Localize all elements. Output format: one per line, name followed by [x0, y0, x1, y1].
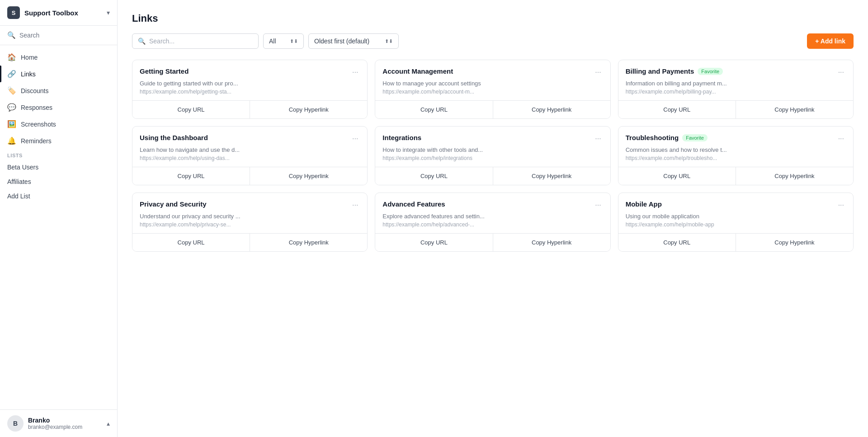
copy-url-button[interactable]: Copy URL [618, 234, 736, 251]
card-actions: Copy URL Copy Hyperlink [375, 167, 610, 185]
card-top: Getting Started ··· Guide to getting sta… [132, 60, 367, 100]
copy-url-button[interactable]: Copy URL [375, 234, 492, 251]
card-menu-button[interactable]: ··· [350, 200, 360, 210]
user-info: Branko branko@example.com [28, 417, 102, 430]
card-title: Billing and Payments [626, 67, 694, 75]
card-url: https://example.com/help/mobile-app [626, 221, 846, 228]
discounts-icon: 🏷️ [7, 86, 16, 95]
card-menu-button[interactable]: ··· [593, 67, 603, 77]
card-title-row: Billing and Payments Favorite [626, 67, 836, 75]
card-title: Account Management [382, 67, 453, 75]
user-profile[interactable]: B Branko branko@example.com ▴ [0, 409, 117, 437]
search-icon: 🔍 [138, 38, 146, 45]
search-label: Search [19, 32, 39, 39]
card-title-row: Mobile App [626, 200, 836, 208]
sort-value: Oldest first (default) [314, 38, 369, 45]
copy-hyperlink-button[interactable]: Copy Hyperlink [493, 101, 610, 118]
card-url: https://example.com/help/getting-sta... [140, 89, 360, 95]
copy-url-button[interactable]: Copy URL [375, 101, 492, 118]
copy-url-button[interactable]: Copy URL [618, 101, 736, 118]
sort-chevron-icon: ⬆⬇ [385, 38, 393, 44]
search-button[interactable]: 🔍 Search [0, 26, 117, 45]
sidebar-item-responses[interactable]: 💬 Responses [0, 99, 117, 116]
card-title-row: Getting Started [140, 67, 350, 75]
card-url: https://example.com/help/integrations [382, 155, 603, 161]
card-menu-button[interactable]: ··· [836, 200, 846, 210]
main-content: Links 🔍 All ⬆⬇ Oldest first (default) ⬆⬇… [118, 0, 868, 437]
sidebar-item-home[interactable]: 🏠 Home [0, 49, 117, 66]
card-menu-button[interactable]: ··· [593, 200, 603, 210]
sidebar-item-discounts[interactable]: 🏷️ Discounts [0, 82, 117, 99]
user-menu-chevron-icon[interactable]: ▴ [107, 420, 110, 427]
sidebar-item-reminders[interactable]: 🔔 Reminders [0, 132, 117, 149]
copy-hyperlink-button[interactable]: Copy Hyperlink [736, 234, 853, 251]
card-menu-button[interactable]: ··· [836, 134, 846, 144]
sidebar-item-label: Discounts [21, 87, 48, 94]
sort-dropdown[interactable]: Oldest first (default) ⬆⬇ [308, 33, 399, 49]
sidebar-item-screenshots[interactable]: 🖼️ Screenshots [0, 116, 117, 132]
card-url: https://example.com/help/troublesho... [626, 155, 846, 161]
card-menu-button[interactable]: ··· [836, 67, 846, 77]
sidebar-nav: 🏠 Home 🔗 Links 🏷️ Discounts 💬 Responses … [0, 45, 117, 409]
copy-hyperlink-button[interactable]: Copy Hyperlink [250, 234, 367, 251]
card-getting-started: Getting Started ··· Guide to getting sta… [132, 60, 368, 119]
copy-hyperlink-button[interactable]: Copy Hyperlink [736, 101, 853, 118]
card-mobile-app: Mobile App ··· Using our mobile applicat… [618, 193, 854, 252]
copy-hyperlink-button[interactable]: Copy Hyperlink [250, 167, 367, 185]
copy-hyperlink-button[interactable]: Copy Hyperlink [736, 167, 853, 185]
filter-value: All [269, 38, 276, 45]
card-header: Account Management ··· [382, 67, 603, 77]
card-privacy-security: Privacy and Security ··· Understand our … [132, 193, 368, 252]
card-menu-button[interactable]: ··· [593, 134, 603, 144]
lists-section-label: Lists [7, 153, 110, 158]
search-box[interactable]: 🔍 [132, 33, 259, 49]
card-url: https://example.com/help/billing-pay... [626, 89, 846, 95]
card-menu-button[interactable]: ··· [350, 67, 360, 77]
card-top: Integrations ··· How to integrate with o… [375, 127, 610, 167]
card-top: Advanced Features ··· Explore advanced f… [375, 193, 610, 233]
app-logo: S [7, 6, 20, 19]
card-description: How to integrate with other tools and... [382, 146, 603, 153]
card-actions: Copy URL Copy Hyperlink [375, 100, 610, 118]
page-title: Links [132, 13, 854, 24]
copy-url-button[interactable]: Copy URL [375, 167, 492, 185]
card-menu-button[interactable]: ··· [350, 134, 360, 144]
sidebar-header[interactable]: S Support Toolbox ▾ [0, 0, 117, 26]
reminders-icon: 🔔 [7, 136, 16, 145]
copy-hyperlink-button[interactable]: Copy Hyperlink [493, 167, 610, 185]
screenshots-icon: 🖼️ [7, 120, 16, 128]
card-top: Using the Dashboard ··· Learn how to nav… [132, 127, 367, 167]
add-list-button[interactable]: Add List [7, 189, 110, 203]
card-header: Integrations ··· [382, 134, 603, 144]
card-description: Information on billing and payment m... [626, 80, 846, 87]
copy-url-button[interactable]: Copy URL [132, 234, 250, 251]
card-title: Getting Started [140, 67, 189, 75]
card-description: Learn how to navigate and use the d... [140, 146, 360, 153]
card-actions: Copy URL Copy Hyperlink [618, 100, 853, 118]
sidebar: S Support Toolbox ▾ 🔍 Search 🏠 Home 🔗 Li… [0, 0, 118, 437]
sidebar-item-links[interactable]: 🔗 Links [0, 66, 117, 82]
card-title-row: Account Management [382, 67, 593, 75]
card-url: https://example.com/help/advanced-... [382, 221, 603, 228]
copy-url-button[interactable]: Copy URL [132, 101, 250, 118]
cards-grid: Getting Started ··· Guide to getting sta… [132, 60, 854, 252]
card-description: How to manage your account settings [382, 80, 603, 87]
search-input[interactable] [149, 38, 253, 45]
add-link-button[interactable]: + Add link [807, 33, 854, 49]
sidebar-chevron-icon[interactable]: ▾ [107, 9, 110, 16]
card-description: Guide to getting started with our pro... [140, 80, 360, 87]
copy-hyperlink-button[interactable]: Copy Hyperlink [250, 101, 367, 118]
card-troubleshooting: Troubleshooting Favorite ··· Common issu… [618, 126, 854, 185]
card-using-dashboard: Using the Dashboard ··· Learn how to nav… [132, 126, 368, 185]
sidebar-list-item-beta-users[interactable]: Beta Users [7, 160, 110, 174]
sidebar-list-item-affiliates[interactable]: Affiliates [7, 174, 110, 189]
user-name: Branko [28, 417, 102, 424]
copy-hyperlink-button[interactable]: Copy Hyperlink [493, 234, 610, 251]
user-email: branko@example.com [28, 424, 102, 430]
sidebar-item-label: Reminders [21, 137, 52, 145]
filter-dropdown[interactable]: All ⬆⬇ [263, 33, 304, 49]
copy-url-button[interactable]: Copy URL [618, 167, 736, 185]
copy-url-button[interactable]: Copy URL [132, 167, 250, 185]
card-url: https://example.com/help/account-m... [382, 89, 603, 95]
search-icon: 🔍 [7, 31, 16, 39]
